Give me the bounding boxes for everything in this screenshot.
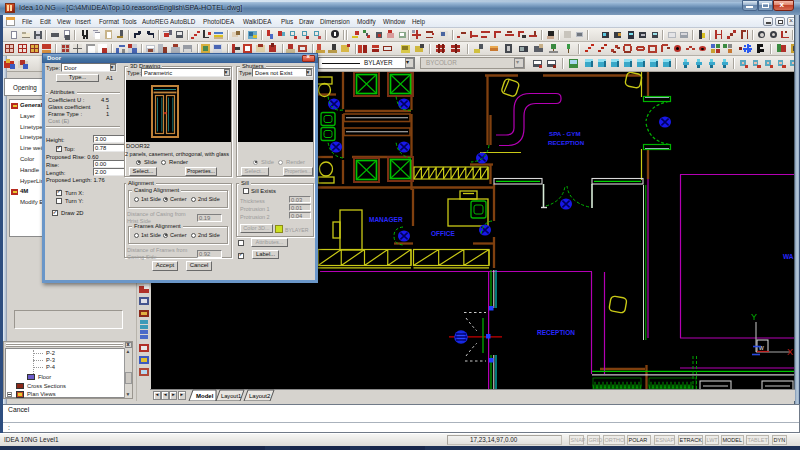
- svg-text:Model: Model: [196, 393, 214, 399]
- svg-text:SPA - GYM: SPA - GYM: [549, 130, 581, 137]
- svg-text:Y: Y: [751, 312, 757, 322]
- svg-text:X: X: [787, 347, 793, 357]
- svg-text:RECEPTION: RECEPTION: [537, 329, 575, 336]
- svg-text:w: w: [758, 344, 764, 351]
- svg-text:MANAGER: MANAGER: [369, 216, 403, 223]
- svg-text:Layout2: Layout2: [249, 393, 271, 399]
- svg-text:RECEPTION: RECEPTION: [548, 139, 585, 146]
- svg-text:WA: WA: [783, 253, 794, 260]
- svg-text:OFFICE: OFFICE: [431, 230, 455, 237]
- svg-text:Layout1: Layout1: [221, 393, 241, 399]
